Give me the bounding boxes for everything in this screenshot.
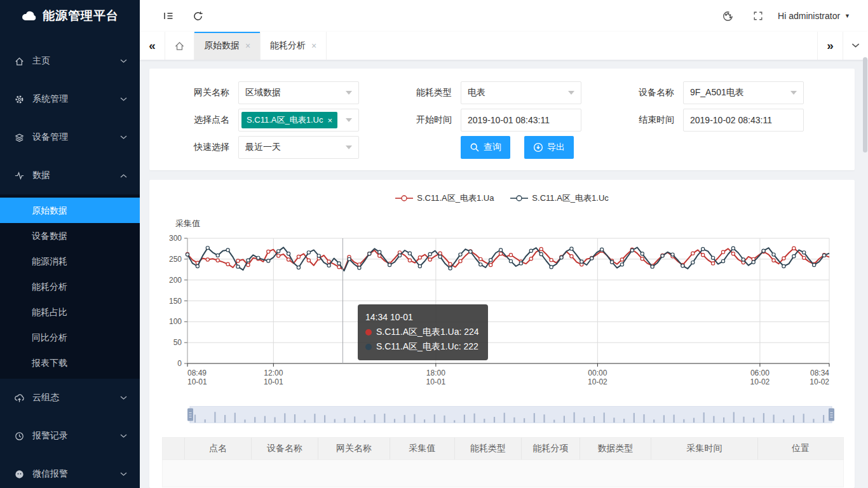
tabs-scroll-left-button[interactable]: «: [140, 32, 165, 60]
chevron-down-icon: [120, 434, 127, 438]
sidebar-item-label: 报警记录: [32, 430, 120, 442]
sidebar: 能源管理平台 主页系统管理设备管理数据原始数据设备数据能源消耗能耗分析能耗占比同…: [0, 0, 140, 488]
sidebar-subitem-energy-analysis[interactable]: 能耗分析: [0, 274, 140, 299]
selected-point-tag[interactable]: S.C11.A区_电表1.Uc ×: [241, 112, 337, 128]
legend-line-icon: [510, 194, 528, 202]
tab-home[interactable]: [165, 32, 194, 60]
svg-text:10-02: 10-02: [750, 377, 770, 386]
datazoom-slider[interactable]: [187, 406, 834, 423]
end-time-label: 结束时间: [626, 114, 674, 126]
datazoom-handle[interactable]: [187, 409, 193, 421]
sidebar-subitem-energy-ratio[interactable]: 能耗占比: [0, 299, 140, 325]
refresh-button[interactable]: [187, 5, 208, 27]
sidebar-item-system-management[interactable]: 系统管理: [0, 80, 140, 118]
sidebar-item-home[interactable]: 主页: [0, 42, 140, 80]
tab-close-icon[interactable]: ×: [311, 41, 316, 51]
tag-close-icon[interactable]: ×: [327, 116, 332, 125]
user-menu[interactable]: Hi administrator ▼: [778, 11, 850, 21]
start-time-input[interactable]: [461, 109, 581, 132]
data-table: 点名设备名称网关名称采集值能耗类型能耗分项数据类型采集时间位置: [162, 437, 844, 487]
chevron-down-icon: [120, 472, 127, 477]
sidebar-subitem-report-download[interactable]: 报表下载: [0, 350, 140, 376]
sidebar-subitem-raw-data[interactable]: 原始数据: [0, 198, 140, 223]
wechat-icon: [14, 469, 25, 480]
svg-text:18:00: 18:00: [426, 369, 445, 377]
line-chart: 采集值 05010015020025030008:4910-0112:0010-…: [149, 216, 855, 400]
tabs-scroll-right-button[interactable]: »: [817, 32, 843, 60]
end-time-input[interactable]: [683, 109, 804, 132]
fullscreen-icon: [753, 11, 763, 21]
refresh-icon: [193, 11, 203, 22]
table-header-cell: 点名: [185, 438, 252, 459]
select-caret-icon: [346, 91, 352, 95]
layers-icon: [14, 132, 25, 143]
sidebar-item-label: 主页: [32, 55, 120, 67]
table-header-cell: 网关名称: [318, 438, 390, 459]
sidebar-item-data[interactable]: 数据: [0, 156, 140, 194]
sidebar-item-alarm-records[interactable]: 报警记录: [0, 417, 140, 455]
svg-text:300: 300: [169, 234, 182, 243]
fullscreen-button[interactable]: [747, 5, 769, 27]
tab-close-icon[interactable]: ×: [245, 41, 250, 51]
datazoom-track[interactable]: [187, 406, 834, 423]
sidebar-item-device-management[interactable]: 设备管理: [0, 118, 140, 156]
sidebar-item-wechat-alarm[interactable]: 微信报警: [0, 455, 140, 488]
tabbar: « 原始数据 × 能耗分析 × »: [140, 32, 868, 60]
sidebar-nav: 主页系统管理设备管理数据原始数据设备数据能源消耗能耗分析能耗占比同比分析报表下载…: [0, 32, 140, 488]
gear-icon: [14, 94, 25, 105]
home-tab-icon: [174, 41, 185, 51]
svg-text:10-01: 10-01: [264, 377, 283, 386]
clock-icon: [14, 431, 25, 442]
tab-raw-data[interactable]: 原始数据 ×: [194, 32, 261, 60]
energy-type-select[interactable]: 电表: [461, 81, 581, 104]
table-header-cell-empty: [163, 438, 185, 459]
download-icon: [533, 142, 543, 152]
pulse-icon: [14, 170, 25, 181]
device-select[interactable]: 9F_A501电表: [683, 81, 804, 104]
sidebar-item-label: 系统管理: [32, 93, 120, 105]
sidebar-subitem-yoy-analysis[interactable]: 同比分析: [0, 325, 140, 350]
svg-text:0: 0: [177, 359, 182, 368]
legend-item[interactable]: S.C11.A区_电表1.Uc: [510, 193, 608, 204]
chevron-down-icon: [120, 59, 127, 64]
app-logo: 能源管理平台: [0, 0, 140, 32]
gateway-select[interactable]: 区域数据: [238, 81, 359, 104]
legend-item[interactable]: S.C11.A区_电表1.Ua: [395, 193, 494, 204]
svg-text:12:00: 12:00: [264, 369, 283, 377]
page-scrollbar-thumb[interactable]: [863, 57, 867, 152]
sidebar-subitem-energy-consumption[interactable]: 能源消耗: [0, 248, 140, 274]
table-header-cell: 设备名称: [252, 438, 318, 459]
chevron-down-icon: [120, 97, 127, 102]
datazoom-handle[interactable]: [829, 409, 834, 421]
svg-text:00:00: 00:00: [588, 369, 607, 377]
svg-text:100: 100: [169, 317, 182, 326]
legend-label: S.C11.A区_电表1.Uc: [532, 193, 608, 204]
chevron-down-icon: [851, 43, 860, 48]
svg-text:150: 150: [169, 297, 182, 306]
chevron-up-icon: [120, 173, 127, 178]
main-column: Hi administrator ▼ « 原始数据 × 能耗分析 × »: [140, 0, 868, 488]
legend-line-icon: [395, 194, 413, 202]
user-caret-icon: ▼: [844, 13, 850, 19]
sidebar-collapse-button[interactable]: [158, 5, 179, 27]
tab-energy-analysis[interactable]: 能耗分析 ×: [261, 32, 327, 60]
query-button[interactable]: 查询: [461, 136, 510, 159]
export-button[interactable]: 导出: [524, 136, 574, 159]
topbar-right: Hi administrator ▼: [717, 5, 850, 27]
point-multiselect[interactable]: S.C11.A区_电表1.Uc ×: [238, 109, 359, 132]
y-axis-title: 采集值: [175, 219, 200, 228]
select-caret-icon: [346, 146, 352, 149]
chart-panel: S.C11.A区_电表1.UaS.C11.A区_电表1.Uc 采集值 05010…: [149, 180, 855, 488]
table-header-cell: 数据类型: [580, 438, 651, 459]
sidebar-subitem-device-data[interactable]: 设备数据: [0, 223, 140, 248]
search-icon: [470, 142, 480, 152]
theme-button[interactable]: [717, 5, 738, 27]
sidebar-item-cloud-scada[interactable]: 云组态: [0, 379, 140, 417]
point-label: 选择点名: [181, 114, 229, 126]
sidebar-item-label: 设备管理: [32, 132, 120, 143]
table-header-cell: 采集时间: [651, 438, 758, 459]
collapse-menu-icon: [163, 10, 174, 22]
filter-panel: 网关名称 区域数据 能耗类型 电表 设备名称: [149, 69, 855, 170]
quick-select[interactable]: 最近一天: [238, 136, 359, 159]
tabs-more-button[interactable]: [843, 32, 868, 60]
